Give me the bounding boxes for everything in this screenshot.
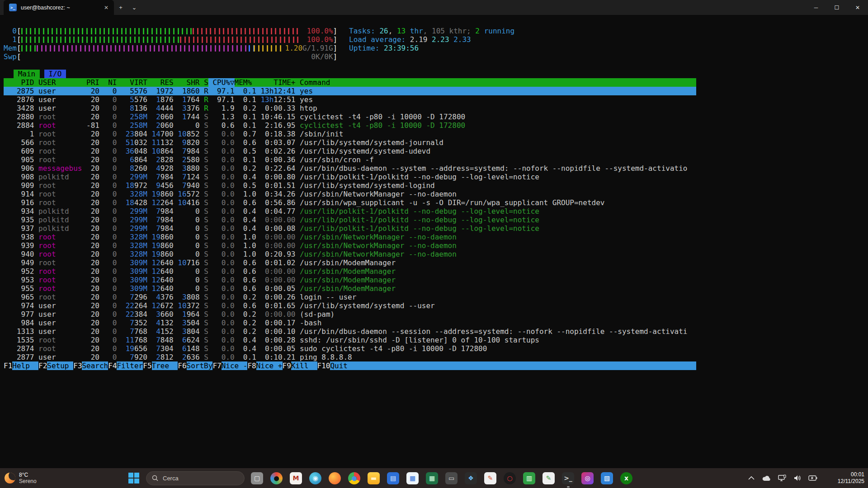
- volume-icon[interactable]: [793, 473, 802, 483]
- process-row[interactable]: 939 root 20 0 328M 19860 0 S 0.0 1.0 0:0…: [4, 241, 696, 250]
- fkey-label-kill[interactable]: Kill: [291, 361, 317, 370]
- process-row[interactable]: 965 root 20 0 7296 4376 3808 S 0.0 0.2 0…: [4, 293, 696, 301]
- chrome-icon[interactable]: ●: [348, 472, 360, 484]
- task-view-icon[interactable]: ▢: [251, 472, 263, 484]
- process-row[interactable]: 2875 user 20 0 5576 1972 1860 R 97.1 0.1…: [4, 87, 696, 95]
- maps-app-icon[interactable]: ▤: [387, 472, 399, 484]
- process-row[interactable]: 2877 user 20 0 7920 2812 2636 S 0.0 0.1 …: [4, 353, 696, 361]
- process-row[interactable]: 1 root 20 0 23804 14700 10852 S 0.0 0.7 …: [4, 130, 696, 138]
- fkey-f5[interactable]: F5: [143, 361, 151, 370]
- terminal-tab[interactable]: >_ user@bashcorez: ~ ✕: [4, 0, 114, 15]
- file-explorer-icon[interactable]: ▬: [368, 472, 380, 484]
- process-row[interactable]: 2880 root 20 0 258M 2060 1744 S 1.3 0.1 …: [4, 113, 696, 121]
- fkey-label-help[interactable]: Help: [12, 361, 38, 370]
- process-row[interactable]: 940 root 20 0 328M 19860 0 S 0.0 1.0 0:2…: [4, 250, 696, 258]
- process-row[interactable]: 2884 root -81 0 258M 2060 0 S 0.6 0.1 2:…: [4, 121, 696, 130]
- taskbar-clock[interactable]: 00:01 12/11/2025: [838, 468, 864, 488]
- process-row[interactable]: 909 root 20 0 18972 9456 7940 S 0.0 0.5 …: [4, 181, 696, 190]
- fkey-label-filter[interactable]: Filter: [117, 361, 143, 370]
- process-row[interactable]: 906 messagebus 20 0 8260 4928 3880 S 0.0…: [4, 164, 696, 173]
- column-header-time+[interactable]: TIME+: [256, 78, 296, 87]
- gimp-icon[interactable]: ✎: [542, 472, 555, 484]
- column-header-pri[interactable]: PRI: [82, 78, 99, 87]
- column-header-res[interactable]: RES: [147, 78, 174, 87]
- process-row[interactable]: 3428 user 20 0 8136 4444 3376 R 1.9 0.2 …: [4, 104, 696, 113]
- tray-chevron-up-icon[interactable]: [747, 473, 756, 483]
- process-row[interactable]: 2876 user 20 0 5576 1876 1764 R 97.1 0.1…: [4, 95, 696, 104]
- fkey-label-search[interactable]: Search: [82, 361, 108, 370]
- start-button[interactable]: [128, 472, 140, 484]
- column-header-user[interactable]: USER: [38, 78, 82, 87]
- process-row[interactable]: 934 polkitd 20 0 299M 7984 0 S 0.0 0.4 0…: [4, 207, 696, 216]
- htop-tab-io[interactable]: I/O: [44, 70, 66, 78]
- process-row[interactable]: 1535 root 20 0 11768 7848 6624 S 0.0 0.4…: [4, 336, 696, 344]
- column-header-shr[interactable]: SHR: [174, 78, 200, 87]
- fkey-f9[interactable]: F9: [283, 361, 291, 370]
- process-row[interactable]: 974 user 20 0 22264 12672 10372 S 0.0 0.…: [4, 301, 696, 310]
- battery-charging-icon[interactable]: [808, 473, 817, 483]
- contact-card-icon[interactable]: ▥: [523, 472, 535, 484]
- fkey-f7[interactable]: F7: [212, 361, 221, 370]
- gmail-icon[interactable]: M: [290, 472, 302, 484]
- close-button[interactable]: ✕: [847, 0, 868, 15]
- fkey-f6[interactable]: F6: [178, 361, 186, 370]
- process-row[interactable]: 1313 user 20 0 7768 4152 3804 S 0.0 0.2 …: [4, 327, 696, 336]
- browser-compass-icon[interactable]: ◉: [309, 472, 321, 484]
- search-box[interactable]: Cerca: [146, 471, 245, 485]
- fkey-label-nice+[interactable]: Nice +: [256, 361, 283, 370]
- process-row[interactable]: 938 root 20 0 328M 19860 0 S 0.0 1.0 0:0…: [4, 233, 696, 241]
- fkey-f10[interactable]: F10: [317, 361, 330, 370]
- column-header-virt[interactable]: VIRT: [117, 78, 147, 87]
- photos-icon[interactable]: ❖: [465, 472, 477, 484]
- process-row[interactable]: 609 root 20 0 36048 10864 7984 S 0.0 0.5…: [4, 147, 696, 155]
- terminal-running-icon[interactable]: >_: [562, 472, 574, 484]
- fkey-f3[interactable]: F3: [73, 361, 82, 370]
- process-row[interactable]: 949 root 20 0 309M 12640 10716 S 0.0 0.6…: [4, 258, 696, 267]
- keyboard-icon[interactable]: ▭: [445, 472, 458, 484]
- fkey-f8[interactable]: F8: [247, 361, 256, 370]
- process-table-header[interactable]: PID USER PRI NI VIRT RES SHR S CPU%▽MEM%…: [4, 78, 696, 87]
- maximize-button[interactable]: ☐: [826, 0, 847, 15]
- process-row[interactable]: 914 root 20 0 328M 19860 16572 S 0.0 1.0…: [4, 190, 696, 198]
- opera-icon[interactable]: ○: [504, 472, 516, 484]
- column-header-s[interactable]: S: [200, 78, 208, 87]
- process-row[interactable]: 905 root 20 0 6864 2828 2580 S 0.0 0.1 0…: [4, 155, 696, 164]
- process-row[interactable]: 955 root 20 0 309M 12640 0 S 0.0 0.6 0:0…: [4, 284, 696, 293]
- purple-o-app-icon[interactable]: ◎: [581, 472, 594, 484]
- fkey-f2[interactable]: F2: [38, 361, 47, 370]
- process-row[interactable]: 916 root 20 0 18428 12264 10416 S 0.0 0.…: [4, 198, 696, 207]
- fkey-label-nice-[interactable]: Nice -: [222, 361, 248, 370]
- paint-icon[interactable]: ✎: [484, 472, 496, 484]
- fkey-label-quit[interactable]: Quit: [330, 361, 356, 370]
- fkey-label-setup[interactable]: Setup: [47, 361, 73, 370]
- onedrive-cloud-icon[interactable]: [762, 473, 771, 483]
- weather-widget[interactable]: 8°C Sereno: [5, 468, 37, 488]
- new-tab-button[interactable]: +: [114, 0, 127, 15]
- minimize-button[interactable]: ─: [806, 0, 826, 15]
- system-config-icon[interactable]: ▧: [601, 472, 613, 484]
- column-header-[interactable]: [34, 78, 38, 87]
- process-row[interactable]: 977 user 20 0 22384 3660 1964 S 0.0 0.2 …: [4, 310, 696, 319]
- fkey-f1[interactable]: F1: [4, 361, 12, 370]
- excel-icon[interactable]: ▦: [426, 472, 438, 484]
- firefox-icon[interactable]: [329, 472, 341, 484]
- network-display-icon[interactable]: [778, 473, 787, 483]
- column-header-ni[interactable]: NI: [99, 78, 117, 87]
- column-header-cpu%[interactable]: CPU%▽: [208, 78, 235, 87]
- htop-tab-main[interactable]: Main: [14, 70, 40, 78]
- tab-dropdown-icon[interactable]: ⌄: [127, 0, 141, 15]
- column-header-pid[interactable]: PID: [4, 78, 34, 87]
- process-row[interactable]: 937 polkitd 20 0 299M 7984 0 S 0.0 0.4 0…: [4, 224, 696, 233]
- fkey-f4[interactable]: F4: [108, 361, 117, 370]
- process-row[interactable]: 566 root 20 0 51032 11132 9820 S 0.0 0.6…: [4, 138, 696, 147]
- process-row[interactable]: 952 root 20 0 309M 12640 0 S 0.0 0.6 0:0…: [4, 267, 696, 276]
- process-row[interactable]: 2874 root 20 0 19656 7304 6148 S 0.0 0.4…: [4, 344, 696, 353]
- process-row[interactable]: 935 polkitd 20 0 299M 7984 0 S 0.0 0.4 0…: [4, 216, 696, 224]
- fkey-label-sortby[interactable]: SortBy: [187, 361, 213, 370]
- process-row[interactable]: 984 user 20 0 7352 4132 3504 S 0.0 0.2 0…: [4, 319, 696, 327]
- fkey-label-tree[interactable]: Tree: [152, 361, 178, 370]
- column-header-command[interactable]: Command: [295, 78, 330, 87]
- column-header-mem%[interactable]: MEM%: [235, 78, 256, 87]
- xbox-icon[interactable]: x: [620, 472, 632, 484]
- music-ring-app-icon[interactable]: ●: [270, 472, 283, 484]
